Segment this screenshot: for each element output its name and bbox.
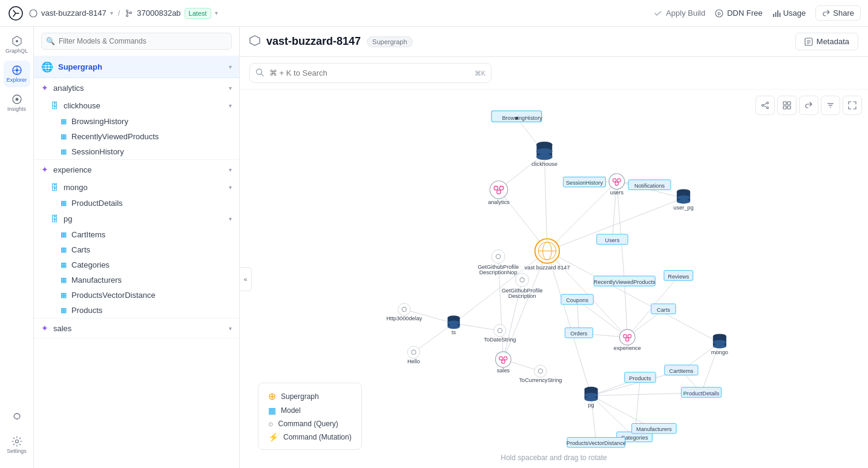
branch-chevron[interactable]: ▾ xyxy=(215,10,218,16)
project-chevron[interactable]: ▾ xyxy=(110,10,113,16)
model-products-vector-distance[interactable]: ▦ ProductsVectorDistance xyxy=(34,288,239,303)
model-carts[interactable]: ▦ Carts xyxy=(34,242,239,257)
usage-button[interactable]: Usage xyxy=(772,8,806,18)
connector-mongo-icon: 🗄 xyxy=(51,183,59,192)
node-users[interactable]: users xyxy=(609,174,625,196)
subgraph-analytics-header[interactable]: ✦ analytics ▾ xyxy=(34,78,239,97)
connector-pg-chevron[interactable]: ▾ xyxy=(229,216,232,222)
node-notifications[interactable]: Notifications xyxy=(628,180,671,190)
share-button[interactable]: Share xyxy=(815,5,861,21)
branch-selector[interactable]: 37000832ab Latest ▾ xyxy=(125,8,217,19)
svg-text:D: D xyxy=(718,12,721,16)
model-recently-viewed-products[interactable]: ▦ RecentlyViewedProducts xyxy=(34,129,239,144)
nav-item-graphql[interactable]: GraphQL xyxy=(4,31,30,58)
model-categories-label: Categories xyxy=(71,260,110,269)
svg-text:sales: sales xyxy=(497,367,510,374)
node-products-vector-distance[interactable]: ProductsVectorDistance xyxy=(567,437,626,447)
connector-clickhouse-header[interactable]: 🗄 clickhouse ▾ xyxy=(34,97,239,114)
metadata-button[interactable]: Metadata xyxy=(795,33,858,50)
model-product-details-label: ProductDetails xyxy=(71,199,123,208)
model-products-vector-distance-label: ProductsVectorDistance xyxy=(71,291,156,300)
graph-search-wrap: ⌘K xyxy=(249,63,492,83)
node-carts-model[interactable]: Carts xyxy=(651,304,676,314)
svg-text:experience: experience xyxy=(614,345,641,351)
connector-pg-header[interactable]: 🗄 pg ▾ xyxy=(34,211,239,227)
svg-text:ProductsVectorDistance: ProductsVectorDistance xyxy=(567,440,626,446)
model-categories[interactable]: ▦ Categories xyxy=(34,257,239,272)
ddn-free-button[interactable]: D DDN Free xyxy=(715,8,763,18)
node-reviews[interactable]: Reviews xyxy=(664,271,693,281)
node-users-model[interactable]: Users xyxy=(597,234,628,245)
nav-item-explorer[interactable]: Explorer xyxy=(4,61,30,87)
connector-pg-icon: 🗄 xyxy=(51,214,59,223)
svg-point-164 xyxy=(713,340,726,344)
node-http3000delay[interactable]: Http3000delay xyxy=(386,303,422,321)
collapse-sidebar-button[interactable]: « xyxy=(240,267,252,291)
node-mongo[interactable]: mongo xyxy=(711,334,728,355)
svg-point-138 xyxy=(494,325,506,337)
legend-mutation: ⚡ Command (Mutation) xyxy=(268,432,352,442)
node-browsing-history[interactable]: ■ BrowsingHistory xyxy=(492,111,542,122)
model-session-history[interactable]: ▦ SessionHistory xyxy=(34,144,239,159)
node-experience[interactable]: experience xyxy=(614,329,641,351)
svg-line-62 xyxy=(591,396,635,438)
node-pg[interactable]: pg xyxy=(585,387,598,408)
node-product-details-model[interactable]: ProductDetails xyxy=(681,387,721,398)
supergraph-header[interactable]: 🌐 Supergraph ▾ xyxy=(34,56,239,78)
node-user-pg[interactable]: user_pg xyxy=(674,190,694,211)
connector-pg: 🗄 pg ▾ ▦ CartItems ▦ Carts ▦ xyxy=(34,211,239,318)
node-recently-viewed[interactable]: RecentlyViewedProducts xyxy=(594,276,656,286)
node-to-currency-string[interactable]: ToCurrencyString xyxy=(519,365,562,383)
node-orders[interactable]: Orders xyxy=(565,328,593,338)
apply-build-button[interactable]: Apply Build xyxy=(654,8,705,18)
model-manufacturers[interactable]: ▦ Manufacturers xyxy=(34,272,239,288)
subgraph-analytics-chevron[interactable]: ▾ xyxy=(229,85,232,91)
connector-mongo-header[interactable]: 🗄 mongo ▾ xyxy=(34,179,239,196)
connector-mongo-label: mongo xyxy=(64,183,88,192)
subgraph-experience-chevron[interactable]: ▾ xyxy=(229,166,232,173)
model-product-details[interactable]: ▦ ProductDetails xyxy=(34,196,239,211)
node-products[interactable]: Products xyxy=(625,372,656,383)
node-hello[interactable]: Hello xyxy=(407,346,420,364)
node-get-github-nop[interactable]: GetGithubProfile DescriptionNop xyxy=(478,250,519,275)
sidebar-search-input[interactable] xyxy=(41,33,232,50)
nav-item-theme[interactable] xyxy=(4,403,30,429)
svg-text:Orders: Orders xyxy=(570,331,587,337)
subgraph-sales-chevron[interactable]: ▾ xyxy=(229,325,232,332)
node-cart-items-model[interactable]: CartItems xyxy=(665,365,698,375)
node-clickhouse[interactable]: clickhouse xyxy=(531,142,557,167)
model-manufacturers-icon: ▦ xyxy=(61,276,67,284)
connector-pg-label: pg xyxy=(64,214,72,223)
model-products[interactable]: ▦ Products xyxy=(34,303,239,318)
project-name[interactable]: vast-buzzard-8147 ▾ xyxy=(29,8,113,18)
subgraph-experience-header[interactable]: ✦ experience ▾ xyxy=(34,160,239,179)
model-cart-items[interactable]: ▦ CartItems xyxy=(34,227,239,242)
node-supergraph-center[interactable]: vast buzzard 8147 xyxy=(524,239,570,271)
node-manufacturers-model[interactable]: Manufacturers xyxy=(632,423,677,433)
svg-text:ToCurrencyString: ToCurrencyString xyxy=(519,377,562,383)
node-ts[interactable]: ts xyxy=(447,315,459,335)
sidebar-content: ✦ analytics ▾ 🗄 clickhouse ▾ xyxy=(34,78,239,468)
connector-clickhouse: 🗄 clickhouse ▾ ▦ BrowsingHistory ▦ Recen… xyxy=(34,97,239,159)
nav-item-insights[interactable]: Insights xyxy=(4,90,30,116)
connector-mongo-chevron[interactable]: ▾ xyxy=(229,184,232,191)
model-session-history-label: SessionHistory xyxy=(71,147,124,156)
connector-clickhouse-label: clickhouse xyxy=(64,101,100,110)
node-coupons[interactable]: Coupons xyxy=(561,294,593,305)
supergraph-chevron[interactable]: ▾ xyxy=(229,64,232,70)
connector-clickhouse-chevron[interactable]: ▾ xyxy=(229,102,232,109)
nav-item-settings[interactable]: Settings xyxy=(4,432,30,458)
subgraph-sales-header[interactable]: ✦ sales ▾ xyxy=(34,318,239,338)
legend-query-label: Command (Query) xyxy=(278,420,338,428)
graph-search-input[interactable] xyxy=(249,63,492,83)
hasura-logo[interactable] xyxy=(7,5,24,22)
model-browsing-history-icon: ▦ xyxy=(61,117,67,125)
model-browsing-history[interactable]: ▦ BrowsingHistory xyxy=(34,114,239,129)
graph-title: vast-buzzard-8147 xyxy=(266,35,361,48)
node-analytics[interactable]: analytics xyxy=(488,181,510,206)
graph-area: vast-buzzard-8147 Supergraph Metadata xyxy=(240,27,868,468)
graph-canvas[interactable]: « xyxy=(240,90,868,468)
node-session-history[interactable]: SessionHistory xyxy=(564,177,606,187)
node-sales[interactable]: sales xyxy=(495,352,511,374)
svg-point-83 xyxy=(537,148,553,154)
